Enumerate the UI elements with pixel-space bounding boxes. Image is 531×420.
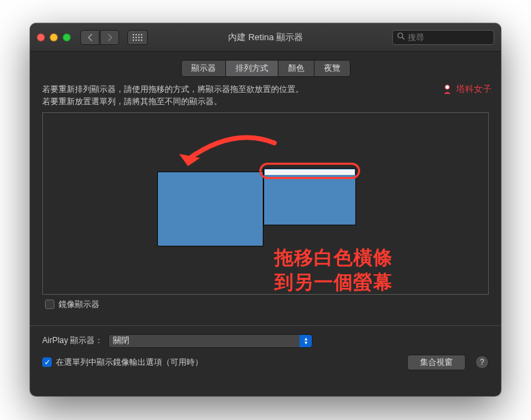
- annotation-line-2: 到另一個螢幕: [274, 270, 393, 295]
- back-button[interactable]: [80, 30, 99, 45]
- svg-rect-11: [141, 39, 142, 41]
- show-mirror-checkbox[interactable]: ✓: [42, 357, 52, 367]
- svg-line-13: [402, 37, 404, 39]
- search-field[interactable]: [392, 30, 494, 45]
- mirror-label: 鏡像顯示器: [59, 299, 99, 310]
- watermark: 塔科女子: [441, 83, 492, 95]
- minimize-icon[interactable]: [50, 33, 58, 42]
- svg-rect-7: [141, 37, 142, 38]
- help-button[interactable]: ?: [475, 355, 489, 369]
- nav-buttons: [80, 30, 119, 45]
- svg-rect-3: [141, 34, 142, 35]
- show-all-button[interactable]: [127, 30, 148, 45]
- check-icon: ✓: [44, 358, 50, 367]
- svg-rect-4: [133, 37, 134, 38]
- tab-nightshift[interactable]: 夜覽: [315, 61, 350, 76]
- svg-rect-0: [133, 34, 134, 35]
- titlebar: 內建 Retina 顯示器: [30, 23, 501, 52]
- watermark-icon: [441, 83, 453, 95]
- divider: [30, 325, 501, 326]
- annotation-line-1: 拖移白色橫條: [274, 246, 393, 270]
- svg-rect-6: [138, 37, 140, 38]
- tab-arrangement[interactable]: 排列方式: [226, 61, 278, 76]
- preferences-window: 內建 Retina 顯示器 塔科女子 顯示器 排列方式 顏色 夜覽 若要重新排列…: [30, 23, 501, 396]
- display-primary[interactable]: [157, 172, 263, 246]
- svg-point-14: [445, 85, 449, 89]
- watermark-text: 塔科女子: [456, 83, 492, 95]
- instructions: 若要重新排列顯示器，請使用拖移的方式，將顯示器拖至欲放置的位置。 若要重新放置選…: [42, 84, 489, 108]
- svg-rect-1: [135, 34, 137, 35]
- svg-rect-5: [135, 37, 137, 38]
- search-icon: [397, 32, 405, 42]
- tabs: 顯示器 排列方式 顏色 夜覽: [42, 60, 489, 77]
- gather-windows-button[interactable]: 集合視窗: [407, 355, 466, 370]
- airplay-value: 關閉: [113, 335, 129, 346]
- help-icon: ?: [480, 357, 485, 367]
- instruction-line-2: 若要重新放置選單列，請將其拖至不同的顯示器。: [42, 96, 489, 108]
- close-icon[interactable]: [37, 33, 45, 42]
- airplay-select[interactable]: 關閉 ▲▼: [108, 334, 312, 348]
- select-stepper-icon: ▲▼: [300, 335, 312, 347]
- arrangement-area[interactable]: 拖移白色橫條 到另一個螢幕: [42, 112, 489, 295]
- forward-button[interactable]: [100, 30, 119, 45]
- zoom-icon[interactable]: [63, 33, 71, 42]
- tab-color[interactable]: 顏色: [278, 61, 315, 76]
- tab-display[interactable]: 顯示器: [182, 61, 226, 76]
- menu-bar-handle[interactable]: [265, 169, 355, 175]
- svg-point-12: [398, 33, 403, 38]
- mirror-checkbox[interactable]: [45, 300, 54, 309]
- annotation-text: 拖移白色橫條 到另一個螢幕: [274, 246, 393, 295]
- svg-rect-2: [138, 34, 140, 35]
- bottom-options-row: ✓ 在選單列中顯示鏡像輸出選項（可用時） 集合視窗 ?: [42, 355, 489, 370]
- svg-rect-8: [133, 39, 134, 41]
- display-secondary[interactable]: [263, 168, 356, 225]
- tab-group: 顯示器 排列方式 顏色 夜覽: [181, 60, 351, 77]
- mirror-displays-row: 鏡像顯示器: [42, 299, 489, 310]
- airplay-row: AirPlay 顯示器： 關閉 ▲▼: [42, 334, 489, 348]
- svg-rect-10: [138, 39, 140, 41]
- traffic-lights: [37, 33, 71, 42]
- instruction-line-1: 若要重新排列顯示器，請使用拖移的方式，將顯示器拖至欲放置的位置。: [42, 84, 489, 96]
- show-mirror-label: 在選單列中顯示鏡像輸出選項（可用時）: [56, 357, 203, 368]
- svg-rect-9: [135, 39, 137, 41]
- airplay-label: AirPlay 顯示器：: [42, 335, 103, 346]
- content-area: 塔科女子 顯示器 排列方式 顏色 夜覽 若要重新排列顯示器，請使用拖移的方式，將…: [30, 52, 501, 396]
- search-input[interactable]: [408, 33, 501, 42]
